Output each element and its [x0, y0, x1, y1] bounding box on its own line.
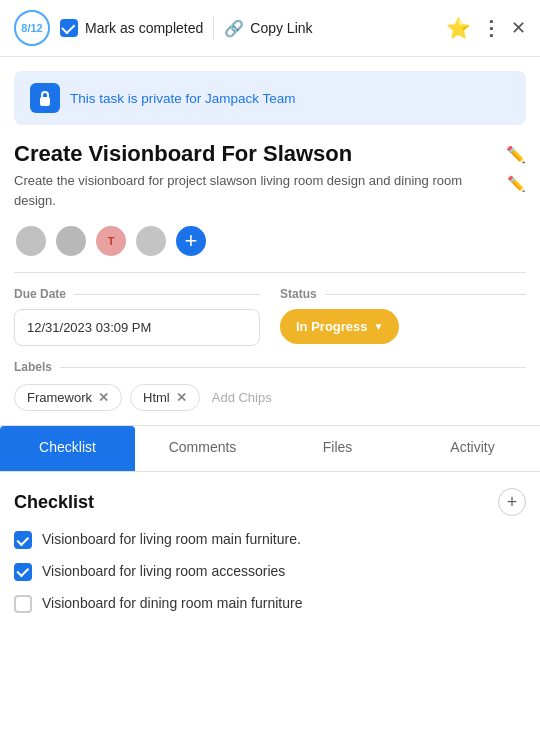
task-description: Create the visionboard for project slaws… — [14, 171, 501, 210]
link-icon: 🔗 — [224, 19, 244, 38]
close-icon[interactable]: ✕ — [511, 17, 526, 39]
checklist-item-2-checkbox[interactable] — [14, 563, 32, 581]
description-edit-icon[interactable]: ✏️ — [507, 173, 526, 196]
chevron-down-icon: ▼ — [374, 321, 384, 332]
fields-section: Due Date 12/31/2023 03:09 PM Status In P… — [0, 272, 540, 346]
due-date-field: Due Date 12/31/2023 03:09 PM — [14, 287, 260, 346]
star-icon[interactable]: ⭐ — [446, 16, 471, 40]
avatar-1 — [14, 224, 48, 258]
private-banner-text: This task is private for Jampack Team — [70, 91, 296, 106]
checklist-header: Checklist + — [14, 488, 526, 516]
chip-framework: Framework ✕ — [14, 384, 122, 411]
tab-files[interactable]: Files — [270, 426, 405, 471]
header: 8/12 Mark as completed 🔗 Copy Link ⭐ ⋮ ✕ — [0, 0, 540, 57]
avatar-3: T — [94, 224, 128, 258]
fields-row: Due Date 12/31/2023 03:09 PM Status In P… — [14, 287, 526, 346]
svg-rect-0 — [40, 97, 50, 106]
copy-link-button[interactable]: 🔗 Copy Link — [224, 19, 312, 38]
status-field: Status In Progress ▼ — [280, 287, 526, 346]
status-label: Status — [280, 287, 526, 301]
avatar-4 — [134, 224, 168, 258]
checklist-items: Visionboard for living room main furnitu… — [14, 530, 526, 613]
tabs-bar: Checklist Comments Files Activity — [0, 425, 540, 472]
chip-html: Html ✕ — [130, 384, 200, 411]
lock-icon — [30, 83, 60, 113]
chip-html-label: Html — [143, 390, 170, 405]
tab-activity[interactable]: Activity — [405, 426, 540, 471]
copy-link-label: Copy Link — [250, 20, 312, 36]
add-chips-button[interactable]: Add Chips — [208, 385, 276, 410]
add-checklist-item-button[interactable]: + — [498, 488, 526, 516]
checklist-item-1: Visionboard for living room main furnitu… — [14, 530, 526, 550]
mark-completed-checkbox[interactable] — [60, 19, 78, 37]
chip-framework-label: Framework — [27, 390, 92, 405]
header-divider-1 — [213, 17, 214, 39]
checklist-item-3: Visionboard for dining room main furnitu… — [14, 594, 526, 614]
tab-comments[interactable]: Comments — [135, 426, 270, 471]
checklist-item-3-checkbox[interactable] — [14, 595, 32, 613]
chip-html-remove[interactable]: ✕ — [176, 390, 187, 405]
checklist-item-2-label: Visionboard for living room accessories — [42, 562, 285, 582]
mark-completed-button[interactable]: Mark as completed — [60, 19, 203, 37]
fields-divider — [14, 272, 526, 273]
chip-framework-remove[interactable]: ✕ — [98, 390, 109, 405]
checklist-item-3-label: Visionboard for dining room main furnitu… — [42, 594, 302, 614]
labels-label: Labels — [14, 360, 526, 374]
chips-row: Framework ✕ Html ✕ Add Chips — [14, 384, 526, 411]
private-banner: This task is private for Jampack Team — [14, 71, 526, 125]
due-date-input[interactable]: 12/31/2023 03:09 PM — [14, 309, 260, 346]
task-title-row: Create Visionboard For Slawson ✏️ — [0, 125, 540, 171]
checklist-section: Checklist + Visionboard for living room … — [0, 472, 540, 613]
checklist-item-2: Visionboard for living room accessories — [14, 562, 526, 582]
checklist-item-1-label: Visionboard for living room main furnitu… — [42, 530, 301, 550]
task-counter: 8/12 — [14, 10, 50, 46]
tab-checklist[interactable]: Checklist — [0, 426, 135, 471]
task-description-row: Create the visionboard for project slaws… — [0, 171, 540, 210]
avatar-2 — [54, 224, 88, 258]
title-edit-icon[interactable]: ✏️ — [506, 145, 526, 164]
mark-completed-label: Mark as completed — [85, 20, 203, 36]
task-title: Create Visionboard For Slawson — [14, 141, 498, 167]
status-value: In Progress — [296, 319, 368, 334]
assignees-row: T + — [0, 210, 540, 272]
labels-section: Labels Framework ✕ Html ✕ Add Chips — [0, 360, 540, 411]
due-date-label: Due Date — [14, 287, 260, 301]
status-button[interactable]: In Progress ▼ — [280, 309, 399, 344]
add-assignee-button[interactable]: + — [174, 224, 208, 258]
checklist-title: Checklist — [14, 492, 94, 513]
checklist-item-1-checkbox[interactable] — [14, 531, 32, 549]
more-options-icon[interactable]: ⋮ — [481, 16, 501, 40]
